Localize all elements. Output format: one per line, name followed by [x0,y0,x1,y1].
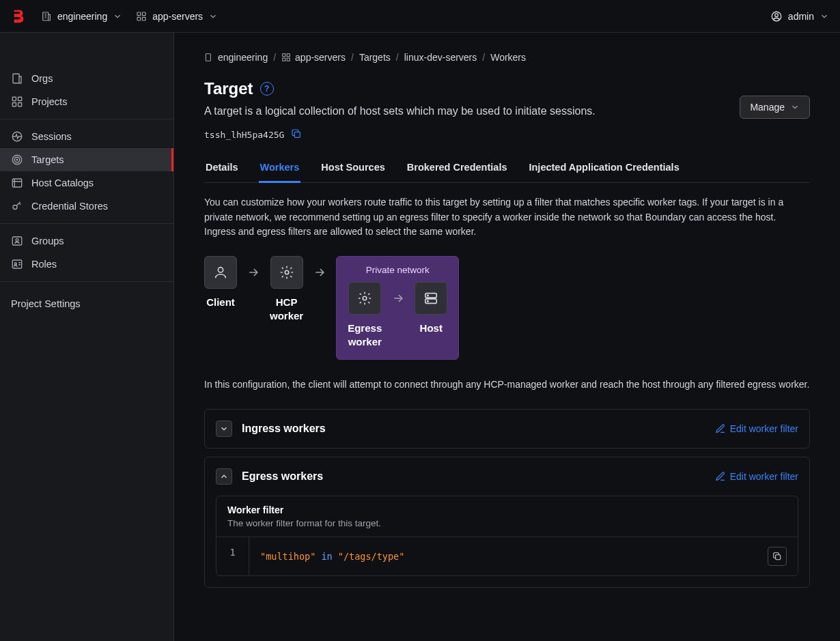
expand-toggle[interactable] [216,421,232,437]
line-number: 1 [216,537,249,575]
breadcrumb-item[interactable]: Targets [359,52,391,63]
page-title: Target [204,79,253,98]
sidebar-item-label: Targets [31,154,64,165]
sidebar-item-label: Groups [31,236,64,246]
svg-rect-7 [13,74,19,83]
collapse-toggle[interactable] [216,468,232,485]
svg-rect-27 [295,132,300,137]
svg-rect-2 [143,12,146,16]
tab-host-sources[interactable]: Host Sources [320,155,386,182]
boundary-logo[interactable] [11,8,27,25]
sidebar-item-label: Host Catalogs [31,177,94,188]
copy-code-button[interactable] [768,547,787,566]
svg-point-28 [218,268,223,272]
gear-icon [348,282,381,315]
filter-title: Worker filter [227,504,787,515]
svg-point-6 [775,13,779,16]
sidebar-project-settings[interactable]: Project Settings [0,287,173,320]
workers-config-note: In this configuration, the client will a… [204,379,810,390]
svg-rect-26 [287,58,290,61]
copy-id-icon[interactable] [291,128,302,141]
sidebar-item-host-catalogs[interactable]: Host Catalogs [0,171,173,195]
svg-point-34 [428,300,428,301]
svg-rect-25 [283,58,285,61]
sidebar-item-orgs[interactable]: Orgs [0,67,173,90]
sidebar-item-label: Orgs [31,73,53,84]
svg-point-29 [285,270,289,274]
client-icon [204,256,237,289]
svg-rect-22 [206,54,210,61]
breadcrumb-item[interactable]: app-servers [281,52,346,63]
page-subtitle: A target is a logical collection of host… [204,105,596,117]
svg-point-30 [363,296,367,300]
tab-details[interactable]: Details [204,155,240,182]
user-menu-label: admin [788,11,814,22]
svg-rect-10 [12,103,16,106]
sidebar-item-sessions[interactable]: Sessions [0,125,173,148]
filter-subtitle: The worker filter format for this target… [227,518,787,528]
svg-rect-16 [12,179,22,187]
svg-point-15 [16,159,18,160]
sidebar-item-label: Credential Stores [31,201,108,212]
sidebar-item-targets[interactable]: Targets [0,148,173,171]
svg-point-14 [14,157,20,162]
private-network-box: Private network Egress worker Host [336,256,459,360]
sidebar-item-label: Sessions [31,131,72,142]
svg-rect-24 [287,54,290,57]
breadcrumb-item: Workers [490,52,526,63]
svg-point-21 [14,263,16,265]
svg-rect-20 [12,260,22,268]
project-selector-label: app-servers [152,11,203,22]
breadcrumb-item[interactable]: linux-dev-servers [404,52,477,63]
gear-icon [270,256,303,289]
svg-point-33 [428,295,428,296]
svg-rect-0 [43,12,48,20]
sidebar-item-roles[interactable]: Roles [0,253,173,276]
project-selector[interactable]: app-servers [136,11,218,22]
sidebar-item-label: Projects [31,96,67,107]
target-id: tssh_lhH5pa425G [204,130,284,140]
tab-injected-credentials[interactable]: Injected Application Credentials [527,155,680,182]
arrow-right-icon [247,256,260,289]
tab-brokered-credentials[interactable]: Brokered Credentials [406,155,509,182]
ingress-workers-panel: Ingress workers Edit worker filter [204,409,810,448]
arrow-right-icon [391,282,405,315]
edit-egress-filter-link[interactable]: Edit worker filter [715,471,798,482]
svg-point-19 [16,239,18,242]
svg-rect-8 [12,97,16,100]
svg-point-17 [13,205,17,210]
server-icon [415,282,447,315]
arrow-right-icon [313,256,326,289]
svg-rect-4 [143,17,146,20]
sidebar-item-credential-stores[interactable]: Credential Stores [0,195,173,218]
workers-description: You can customize how your workers route… [204,195,810,240]
edit-ingress-filter-link[interactable]: Edit worker filter [715,423,798,434]
org-selector-label: engineering [57,11,107,22]
sidebar-item-projects[interactable]: Projects [0,90,173,113]
manage-button[interactable]: Manage [740,96,810,119]
org-selector[interactable]: engineering [41,11,122,22]
svg-rect-3 [137,17,141,20]
workers-diagram: Client HCP worker Private network Egress [204,256,810,360]
tabs: Details Workers Host Sources Brokered Cr… [204,155,810,183]
sidebar-item-groups[interactable]: Groups [0,229,173,253]
svg-rect-9 [18,97,22,100]
filter-code: "multihop" in "/tags/type" [260,551,404,562]
help-icon[interactable]: ? [260,82,274,96]
tab-workers[interactable]: Workers [259,155,301,182]
svg-point-13 [12,155,22,165]
svg-rect-11 [18,103,22,106]
svg-rect-35 [776,555,781,560]
svg-rect-23 [283,54,285,57]
egress-workers-panel: Egress workers Edit worker filter Worker… [204,457,810,588]
egress-title: Egress workers [242,470,323,483]
breadcrumb-item[interactable]: engineering [204,52,268,63]
svg-rect-1 [137,12,141,16]
ingress-title: Ingress workers [242,423,326,435]
sidebar-item-label: Roles [31,259,57,270]
breadcrumb: engineering / app-servers / Targets / li… [204,52,810,63]
user-menu[interactable]: admin [770,10,829,23]
